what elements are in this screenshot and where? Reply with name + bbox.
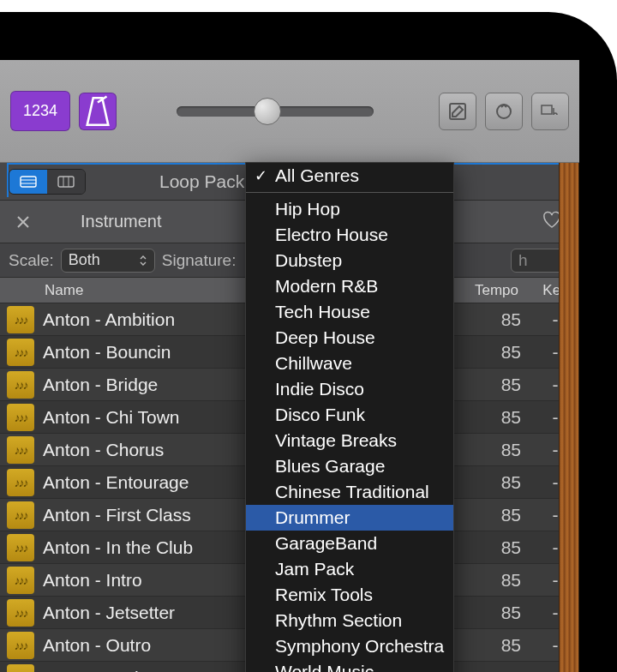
loop-tempo: 85: [471, 603, 531, 623]
menu-item-label: GarageBand: [275, 533, 377, 554]
menu-item[interactable]: Indie Disco: [246, 376, 453, 402]
menu-item[interactable]: Remix Tools: [246, 582, 453, 608]
svg-rect-2: [542, 105, 552, 114]
svg-rect-3: [21, 177, 36, 187]
clear-filters-button[interactable]: [9, 207, 38, 237]
editor-button[interactable]: [439, 93, 476, 130]
menu-item-label: Dubstep: [275, 250, 342, 271]
loop-pack-dropdown[interactable]: Loop Pack: [159, 171, 244, 192]
loop-tempo: 85: [471, 570, 531, 591]
loop-type-icon[interactable]: ♪♪♪: [7, 501, 34, 529]
close-icon: [15, 213, 32, 231]
scale-select-value: Both: [69, 251, 100, 269]
loop-tempo: 85: [471, 505, 531, 525]
menu-item[interactable]: Electro House: [246, 222, 453, 248]
menu-item-label: All Genres: [275, 165, 359, 186]
edit-icon: [447, 101, 468, 122]
menu-item-label: Indie Disco: [275, 379, 364, 399]
view-button-grid[interactable]: [47, 170, 85, 194]
loop-tempo: 85: [471, 407, 531, 428]
loop-icon: [494, 101, 514, 122]
loop-type-icon[interactable]: ♪♪♪: [7, 567, 34, 594]
menu-item[interactable]: Vintage Breaks: [246, 428, 453, 453]
loop-type-icon[interactable]: ♪♪♪: [7, 306, 34, 333]
loop-tempo: 85: [471, 375, 531, 395]
loop-type-icon[interactable]: ♪♪♪: [7, 339, 34, 366]
slider-thumb[interactable]: [254, 98, 281, 125]
menu-item[interactable]: Symphony Orchestra: [246, 633, 453, 659]
view-mode-segmented: [9, 169, 86, 195]
count-in-button[interactable]: 1234: [10, 91, 70, 131]
menu-item[interactable]: Modern R&B: [246, 273, 453, 299]
loop-type-icon[interactable]: ♪♪♪: [7, 436, 34, 464]
menu-item-label: Blues Garage: [275, 456, 385, 477]
loop-type-icon[interactable]: ♪♪♪: [7, 632, 34, 659]
menu-item-label: Vintage Breaks: [275, 430, 397, 451]
menu-item-label: Chinese Traditional: [275, 482, 429, 502]
menu-item-label: World Music: [275, 662, 374, 672]
view-button-list[interactable]: [9, 170, 47, 194]
menu-item[interactable]: Jam Pack: [246, 556, 453, 582]
loop-type-icon[interactable]: ♪♪♪: [7, 664, 34, 673]
menu-item-label: Disco Funk: [275, 405, 365, 425]
list-icon: [20, 176, 37, 188]
loop-tempo: 85: [471, 635, 531, 656]
menu-item-label: Electro House: [275, 225, 388, 245]
menu-item-label: Chillwave: [275, 353, 352, 374]
wood-divider: [559, 163, 579, 672]
loop-tempo: 85: [471, 440, 531, 460]
genre-menu: ✓All GenresHip HopElectro HouseDubstepMo…: [245, 162, 454, 672]
menu-item[interactable]: Disco Funk: [246, 402, 453, 428]
loop-type-icon[interactable]: ♪♪♪: [7, 534, 34, 561]
menu-item[interactable]: GarageBand: [246, 531, 453, 556]
loop-tempo: 85: [471, 309, 531, 330]
loop-tempo: 85: [471, 472, 531, 493]
menu-item-label: Deep House: [275, 327, 375, 348]
signature-label: Signature:: [162, 251, 237, 270]
menu-item-label: Hip Hop: [275, 199, 340, 219]
menu-item[interactable]: Chillwave: [246, 351, 453, 376]
loop-type-icon[interactable]: ♪♪♪: [7, 599, 34, 627]
menu-item[interactable]: Dubstep: [246, 248, 453, 273]
metronome-button[interactable]: [79, 93, 117, 130]
menu-item[interactable]: ✓All Genres: [246, 163, 453, 189]
loop-type-icon[interactable]: ♪♪♪: [7, 371, 34, 399]
loop-tempo: 85: [471, 537, 531, 558]
grid-icon: [57, 176, 75, 188]
svg-rect-6: [58, 177, 74, 187]
menu-item[interactable]: Hip Hop: [246, 196, 453, 222]
scale-select[interactable]: Both: [61, 249, 155, 273]
menu-item-label: Symphony Orchestra: [275, 636, 444, 657]
svg-point-1: [497, 105, 511, 118]
col-tempo[interactable]: Tempo: [471, 282, 531, 299]
menu-item-label: Drummer: [275, 507, 350, 528]
scale-label: Scale:: [9, 251, 54, 270]
updown-icon: [139, 255, 147, 267]
loop-tempo: 85: [471, 668, 531, 673]
menu-item-label: Modern R&B: [275, 276, 378, 297]
loop-tempo: 85: [471, 342, 531, 363]
loop-type-icon[interactable]: ♪♪♪: [7, 404, 34, 431]
menu-item[interactable]: Chinese Traditional: [246, 479, 453, 505]
menu-item[interactable]: Rhythm Section: [246, 608, 453, 633]
menu-item[interactable]: Tech House: [246, 299, 453, 325]
metronome-icon: [80, 93, 116, 129]
master-slider[interactable]: [177, 106, 374, 117]
menu-item[interactable]: Blues Garage: [246, 453, 453, 479]
menu-separator: [246, 192, 453, 193]
media-icon: [540, 101, 560, 122]
menu-item[interactable]: Deep House: [246, 325, 453, 351]
media-browser-button[interactable]: [531, 93, 569, 130]
menu-item-label: Jam Pack: [275, 559, 354, 579]
main-toolbar: 1234: [0, 60, 579, 163]
check-icon: ✓: [255, 166, 267, 185]
tab-instrument[interactable]: Instrument: [46, 212, 195, 231]
menu-item[interactable]: Drummer: [246, 505, 453, 531]
menu-item-label: Rhythm Section: [275, 610, 402, 631]
menu-item-label: Remix Tools: [275, 585, 373, 605]
menu-item[interactable]: World Music: [246, 659, 453, 672]
menu-item-label: Tech House: [275, 302, 370, 322]
loop-type-icon[interactable]: ♪♪♪: [7, 469, 34, 496]
loop-browser-button[interactable]: [485, 93, 523, 130]
